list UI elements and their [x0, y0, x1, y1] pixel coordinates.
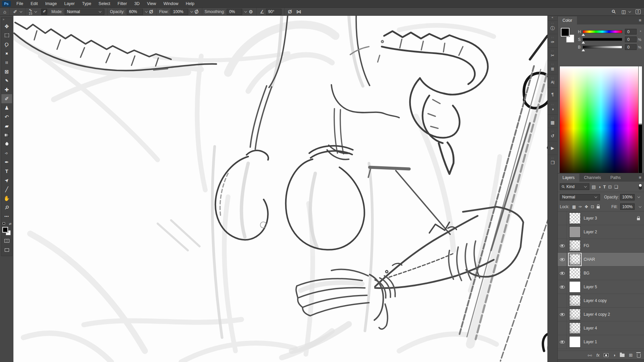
layer-fill-input[interactable]: 100% [620, 203, 635, 210]
swatches-panel-button[interactable]: ⠿⠿▦ [548, 114, 557, 128]
share-icon[interactable]: ↥ [636, 9, 641, 14]
link-layers-icon[interactable]: ⧟ [588, 353, 592, 358]
snapshot-panel-button[interactable]: ⠿⠿✂ [548, 47, 557, 61]
workspace-switcher[interactable]: ◫ [621, 9, 632, 14]
crop-tool[interactable]: ⌗ [1, 58, 12, 67]
clone-stamp-tool[interactable]: ♟ [1, 103, 12, 112]
layer-name[interactable]: Layer 4 copy 2 [584, 312, 610, 317]
actions-panel-button[interactable]: ▶ [548, 141, 557, 155]
rectangular-marquee-tool[interactable] [1, 31, 12, 40]
layer-filter-kind-select[interactable]: ⚲ Kind [560, 183, 589, 190]
history-brush-tool[interactable]: ↶ [1, 112, 12, 121]
layer-row-layer-4-copy-2[interactable]: Layer 4 copy 2 [558, 308, 644, 321]
layer-effects-icon[interactable]: fx [596, 353, 599, 358]
layer-thumbnail[interactable] [569, 267, 581, 279]
layer-thumbnail[interactable] [569, 322, 581, 334]
menu-3d[interactable]: 3D [130, 0, 143, 7]
toolbar-flyout-chevrons[interactable]: » [1, 18, 12, 22]
menu-help[interactable]: Help [182, 0, 198, 7]
b-value-input[interactable]: 0 [625, 44, 637, 50]
screen-mode-button[interactable] [1, 245, 12, 254]
tab-paths[interactable]: Paths [606, 174, 626, 182]
pen-tool[interactable]: ✒ [1, 158, 12, 167]
layer-visibility-toggle[interactable] [558, 253, 567, 266]
layer-name[interactable]: FG [584, 243, 589, 248]
menu-image[interactable]: Image [42, 0, 61, 7]
brush-presets-panel-button[interactable]: ⠿⠿≣ [548, 61, 557, 74]
chevron-down-icon[interactable] [245, 10, 247, 12]
magic-wand-tool[interactable]: ✦ [1, 49, 12, 58]
tool-preset-picker[interactable]: ✐ [10, 8, 25, 15]
type-tool[interactable]: T [1, 167, 12, 176]
symmetry-icon[interactable]: ⋈ [296, 9, 301, 14]
layer-thumbnail[interactable] [569, 240, 581, 251]
lock-position-icon[interactable]: ✥ [585, 204, 588, 209]
layer-row-layer-1[interactable]: Layer 1 [558, 335, 644, 349]
document-canvas[interactable] [13, 16, 547, 362]
layer-row-layer-2[interactable]: Layer 2 [558, 225, 644, 239]
pressure-opacity-icon[interactable]: Ø [149, 9, 153, 14]
lock-artboard-icon[interactable]: ⊡ [591, 204, 594, 209]
layer-visibility-toggle[interactable] [558, 335, 567, 349]
paragraph-panel-button[interactable]: ¶ [548, 87, 557, 101]
menu-select[interactable]: Select [95, 0, 114, 7]
tab-layers[interactable]: Layers [558, 174, 579, 182]
gradient-tool[interactable] [1, 130, 12, 139]
layer-opacity-input[interactable]: 100% [620, 194, 635, 200]
chevron-down-icon[interactable] [190, 10, 193, 12]
grayscale-ramp[interactable] [638, 66, 642, 180]
eyedropper-tool[interactable]: ✒ [1, 76, 12, 85]
filter-shape-layers-icon[interactable]: ⊡ [608, 184, 612, 189]
layer-row-char[interactable]: CHAR [558, 253, 644, 266]
layer-filter-toggle[interactable] [639, 184, 642, 190]
smoothing-input[interactable]: 0% [227, 9, 242, 15]
layer-name[interactable]: Layer 2 [584, 230, 597, 234]
home-button[interactable]: ⌂ [0, 8, 9, 15]
layer-row-layer-5[interactable]: Layer 5 [558, 280, 644, 294]
layer-name[interactable]: CHAR [584, 257, 595, 262]
panel-menu-icon[interactable]: ≡ [639, 175, 641, 180]
layer-visibility-toggle[interactable] [558, 280, 567, 294]
lock-pixels-icon[interactable]: ✑ [579, 204, 582, 209]
move-tool[interactable]: ✥ [1, 22, 12, 31]
panel-menu-icon[interactable]: ≡ [639, 18, 641, 22]
menu-view[interactable]: View [143, 0, 160, 7]
flow-input[interactable]: 100% [171, 9, 188, 15]
chevron-down-icon[interactable] [145, 10, 148, 12]
search-icon[interactable]: ⚲ [610, 8, 616, 14]
layer-thumbnail[interactable] [569, 254, 581, 265]
new-group-icon[interactable] [620, 354, 625, 357]
layer-visibility-toggle[interactable] [558, 225, 567, 239]
chevron-down-icon[interactable] [637, 195, 640, 198]
libraries-panel-button[interactable]: ⠿⠿❒ [548, 155, 557, 168]
layer-blend-mode-select[interactable]: Normal [560, 194, 600, 200]
path-selection-tool[interactable]: ➤ [1, 176, 12, 185]
info-panel-button[interactable]: ⠿⠿ⓘ [548, 20, 557, 34]
chevron-down-icon[interactable] [639, 205, 641, 207]
lasso-tool[interactable]: Ϙ [1, 40, 12, 49]
layer-row-layer-3[interactable]: Layer 3 [558, 212, 644, 225]
brush-settings-panel-button[interactable]: ⠿⠿✑ [548, 34, 557, 47]
h-slider[interactable] [583, 30, 623, 33]
menu-file[interactable]: File [13, 0, 27, 7]
h-value-input[interactable]: 0 [625, 29, 637, 35]
foreground-color-swatch[interactable] [561, 28, 570, 37]
filter-adjustment-layers-icon[interactable]: ◑ [598, 184, 601, 189]
tab-color[interactable]: Color [558, 16, 577, 24]
layer-thumbnail[interactable] [569, 213, 581, 224]
filter-type-layers-icon[interactable]: T [603, 184, 606, 189]
color-spectrum-picker[interactable] [559, 66, 642, 180]
menu-layer[interactable]: Layer [60, 0, 78, 7]
s-slider[interactable] [583, 38, 623, 41]
zoom-tool[interactable]: ⚲ [1, 203, 12, 212]
adjustments-panel-button[interactable]: ⠿⠿◑ [548, 101, 557, 114]
layer-row-fg[interactable]: FG [558, 239, 644, 253]
toggle-brush-settings-button[interactable]: ✐ [41, 9, 47, 15]
menu-type[interactable]: Type [78, 0, 95, 7]
lock-all-icon[interactable] [597, 206, 600, 208]
airbrush-icon[interactable]: Ø [194, 8, 199, 14]
lock-transparency-icon[interactable]: ▩ [572, 204, 576, 209]
blur-tool[interactable] [1, 139, 12, 148]
layer-visibility-toggle[interactable] [558, 239, 567, 252]
layer-name[interactable]: BG [584, 271, 589, 276]
